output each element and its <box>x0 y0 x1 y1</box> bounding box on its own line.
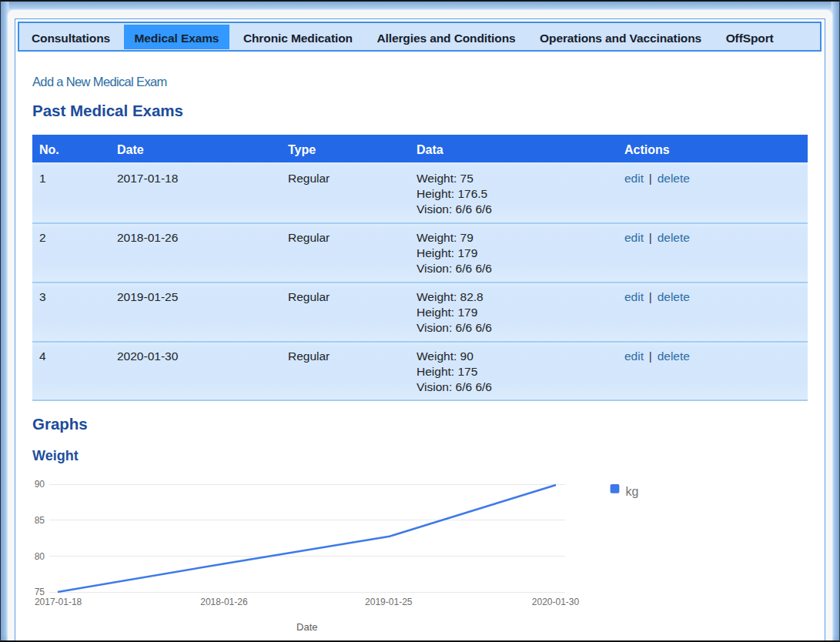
svg-text:80: 80 <box>35 551 45 562</box>
svg-text:Date: Date <box>296 621 317 633</box>
svg-text:2018-01-26: 2018-01-26 <box>200 597 248 607</box>
svg-text:90: 90 <box>35 479 45 490</box>
svg-text:85: 85 <box>35 515 45 526</box>
svg-text:2019-01-25: 2019-01-25 <box>365 597 413 607</box>
svg-text:kg: kg <box>626 485 639 498</box>
svg-text:2017-01-18: 2017-01-18 <box>35 597 82 607</box>
svg-text:2020-01-30: 2020-01-30 <box>532 597 580 607</box>
svg-text:75: 75 <box>35 587 45 597</box>
